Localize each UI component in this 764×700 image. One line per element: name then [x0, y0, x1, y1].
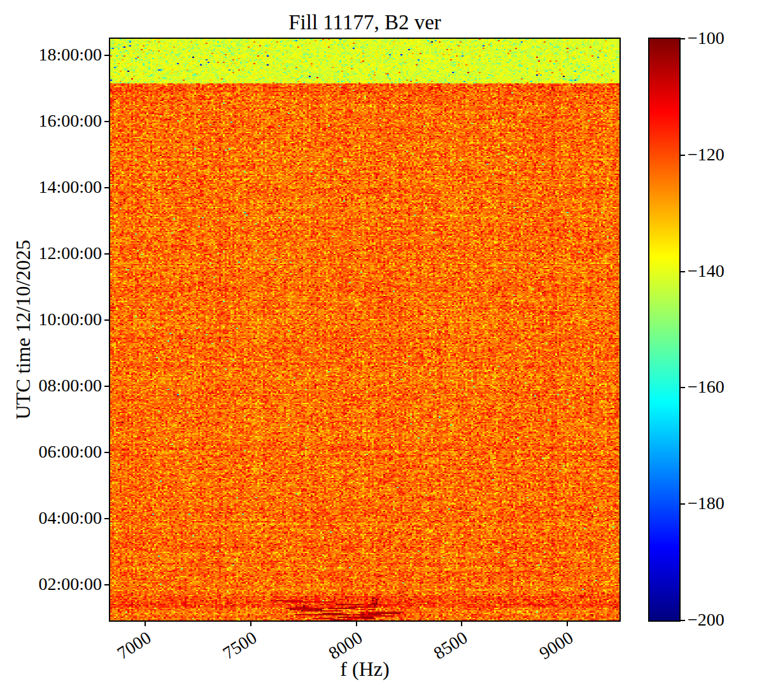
- y-tick-label: 18:00:00: [38, 45, 102, 65]
- y-tick-label: 10:00:00: [38, 309, 102, 330]
- colorbar-tick-label: −120: [688, 144, 725, 165]
- colorbar-tick-label: −100: [688, 28, 725, 48]
- spectrogram-heatmap: [110, 39, 619, 620]
- y-tick-label: 14:00:00: [38, 177, 102, 197]
- y-tick-label: 04:00:00: [38, 508, 102, 528]
- y-tick-mark: [104, 518, 109, 519]
- y-tick-label: 08:00:00: [38, 375, 102, 396]
- y-tick-mark: [104, 253, 109, 255]
- colorbar-tick-mark: [681, 38, 685, 39]
- y-tick-label: 02:00:00: [38, 574, 102, 594]
- colorbar-tick-mark: [681, 387, 685, 388]
- y-tick-mark: [104, 55, 109, 56]
- colorbar-gradient: [649, 39, 679, 620]
- plot-area-frame: [109, 38, 621, 622]
- y-tick-mark: [104, 584, 109, 585]
- y-tick-mark: [104, 121, 109, 122]
- y-tick-mark: [104, 452, 109, 453]
- x-tick-mark: [356, 622, 357, 626]
- spectrogram-figure: Fill 11177, B2 ver UTC time 12/10/2025 f…: [0, 0, 764, 700]
- colorbar-tick-label: −200: [688, 610, 725, 630]
- colorbar-frame: [648, 38, 681, 622]
- x-tick-label: 7000: [114, 627, 155, 664]
- y-tick-label: 12:00:00: [38, 243, 102, 263]
- y-tick-mark: [104, 319, 109, 321]
- x-tick-mark: [250, 622, 251, 626]
- colorbar-tick-mark: [681, 620, 685, 621]
- y-tick-mark: [104, 187, 109, 188]
- chart-title: Fill 11177, B2 ver: [288, 11, 441, 34]
- x-tick-mark: [145, 622, 146, 626]
- colorbar-tick-mark: [681, 155, 685, 156]
- y-axis-label: UTC time 12/10/2025: [11, 240, 35, 420]
- colorbar-tick-label: −140: [688, 261, 725, 281]
- x-tick-label: 7500: [219, 627, 260, 664]
- colorbar-tick-mark: [681, 271, 685, 272]
- x-tick-label: 8500: [430, 627, 471, 664]
- y-tick-mark: [104, 386, 109, 387]
- x-axis-label: f (Hz): [340, 657, 389, 681]
- colorbar-tick-label: −160: [688, 377, 725, 398]
- y-tick-label: 06:00:00: [38, 442, 102, 462]
- x-tick-mark: [567, 622, 568, 626]
- x-tick-label: 9000: [536, 627, 577, 664]
- colorbar-tick-mark: [681, 503, 685, 505]
- colorbar-tick-label: −180: [688, 494, 725, 514]
- y-tick-label: 16:00:00: [38, 111, 102, 131]
- x-tick-mark: [461, 622, 462, 626]
